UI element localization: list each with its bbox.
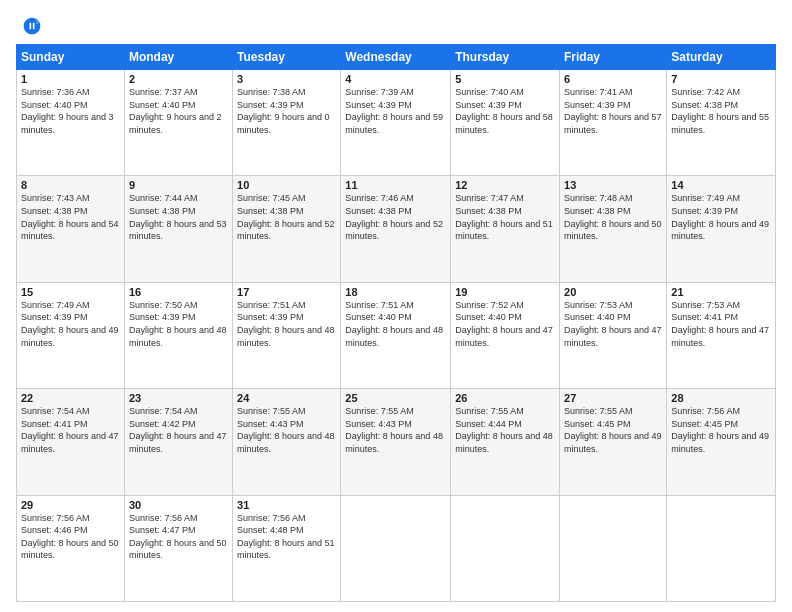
day-number: 31: [237, 499, 336, 511]
day-number: 11: [345, 179, 446, 191]
calendar-week-row: 1 Sunrise: 7:36 AMSunset: 4:40 PMDayligh…: [17, 70, 776, 176]
logo-icon: [22, 16, 42, 36]
day-number: 12: [455, 179, 555, 191]
day-number: 8: [21, 179, 120, 191]
day-info: Sunrise: 7:42 AMSunset: 4:38 PMDaylight:…: [671, 87, 769, 135]
calendar-day-cell: 13 Sunrise: 7:48 AMSunset: 4:38 PMDaylig…: [560, 176, 667, 282]
day-info: Sunrise: 7:55 AMSunset: 4:43 PMDaylight:…: [345, 406, 443, 454]
day-info: Sunrise: 7:52 AMSunset: 4:40 PMDaylight:…: [455, 300, 553, 348]
day-info: Sunrise: 7:55 AMSunset: 4:43 PMDaylight:…: [237, 406, 335, 454]
day-number: 17: [237, 286, 336, 298]
day-number: 22: [21, 392, 120, 404]
day-info: Sunrise: 7:38 AMSunset: 4:39 PMDaylight:…: [237, 87, 330, 135]
calendar-day-cell: 29 Sunrise: 7:56 AMSunset: 4:46 PMDaylig…: [17, 495, 125, 601]
day-info: Sunrise: 7:49 AMSunset: 4:39 PMDaylight:…: [21, 300, 119, 348]
day-number: 19: [455, 286, 555, 298]
day-number: 5: [455, 73, 555, 85]
day-number: 7: [671, 73, 771, 85]
calendar-day-cell: 22 Sunrise: 7:54 AMSunset: 4:41 PMDaylig…: [17, 389, 125, 495]
calendar-day-cell: [560, 495, 667, 601]
day-number: 4: [345, 73, 446, 85]
day-number: 15: [21, 286, 120, 298]
day-number: 6: [564, 73, 662, 85]
calendar-day-cell: [667, 495, 776, 601]
calendar-day-cell: 24 Sunrise: 7:55 AMSunset: 4:43 PMDaylig…: [233, 389, 341, 495]
calendar-day-cell: 4 Sunrise: 7:39 AMSunset: 4:39 PMDayligh…: [341, 70, 451, 176]
calendar-day-cell: 15 Sunrise: 7:49 AMSunset: 4:39 PMDaylig…: [17, 282, 125, 388]
day-number: 14: [671, 179, 771, 191]
calendar-week-row: 22 Sunrise: 7:54 AMSunset: 4:41 PMDaylig…: [17, 389, 776, 495]
day-number: 10: [237, 179, 336, 191]
day-info: Sunrise: 7:56 AMSunset: 4:47 PMDaylight:…: [129, 513, 227, 561]
day-number: 1: [21, 73, 120, 85]
calendar-day-cell: [341, 495, 451, 601]
calendar-day-cell: 23 Sunrise: 7:54 AMSunset: 4:42 PMDaylig…: [124, 389, 232, 495]
day-number: 23: [129, 392, 228, 404]
day-info: Sunrise: 7:54 AMSunset: 4:42 PMDaylight:…: [129, 406, 227, 454]
day-info: Sunrise: 7:56 AMSunset: 4:45 PMDaylight:…: [671, 406, 769, 454]
weekday-header: Tuesday: [233, 45, 341, 70]
calendar-day-cell: 8 Sunrise: 7:43 AMSunset: 4:38 PMDayligh…: [17, 176, 125, 282]
weekday-header: Wednesday: [341, 45, 451, 70]
day-number: 30: [129, 499, 228, 511]
calendar-day-cell: 10 Sunrise: 7:45 AMSunset: 4:38 PMDaylig…: [233, 176, 341, 282]
calendar-day-cell: 16 Sunrise: 7:50 AMSunset: 4:39 PMDaylig…: [124, 282, 232, 388]
calendar-day-cell: 14 Sunrise: 7:49 AMSunset: 4:39 PMDaylig…: [667, 176, 776, 282]
day-info: Sunrise: 7:44 AMSunset: 4:38 PMDaylight:…: [129, 193, 227, 241]
calendar-day-cell: 25 Sunrise: 7:55 AMSunset: 4:43 PMDaylig…: [341, 389, 451, 495]
day-info: Sunrise: 7:39 AMSunset: 4:39 PMDaylight:…: [345, 87, 443, 135]
day-info: Sunrise: 7:36 AMSunset: 4:40 PMDaylight:…: [21, 87, 114, 135]
day-info: Sunrise: 7:37 AMSunset: 4:40 PMDaylight:…: [129, 87, 222, 135]
day-number: 28: [671, 392, 771, 404]
calendar-table: SundayMondayTuesdayWednesdayThursdayFrid…: [16, 44, 776, 602]
day-number: 20: [564, 286, 662, 298]
page: SundayMondayTuesdayWednesdayThursdayFrid…: [0, 0, 792, 612]
calendar-day-cell: 18 Sunrise: 7:51 AMSunset: 4:40 PMDaylig…: [341, 282, 451, 388]
calendar-day-cell: 19 Sunrise: 7:52 AMSunset: 4:40 PMDaylig…: [451, 282, 560, 388]
day-number: 27: [564, 392, 662, 404]
day-number: 24: [237, 392, 336, 404]
calendar-day-cell: 9 Sunrise: 7:44 AMSunset: 4:38 PMDayligh…: [124, 176, 232, 282]
day-info: Sunrise: 7:45 AMSunset: 4:38 PMDaylight:…: [237, 193, 335, 241]
calendar-day-cell: 11 Sunrise: 7:46 AMSunset: 4:38 PMDaylig…: [341, 176, 451, 282]
header: [16, 16, 776, 36]
day-info: Sunrise: 7:41 AMSunset: 4:39 PMDaylight:…: [564, 87, 662, 135]
calendar-day-cell: 31 Sunrise: 7:56 AMSunset: 4:48 PMDaylig…: [233, 495, 341, 601]
weekday-header: Saturday: [667, 45, 776, 70]
day-info: Sunrise: 7:47 AMSunset: 4:38 PMDaylight:…: [455, 193, 553, 241]
day-info: Sunrise: 7:50 AMSunset: 4:39 PMDaylight:…: [129, 300, 227, 348]
day-number: 9: [129, 179, 228, 191]
calendar-day-cell: 1 Sunrise: 7:36 AMSunset: 4:40 PMDayligh…: [17, 70, 125, 176]
calendar-day-cell: 7 Sunrise: 7:42 AMSunset: 4:38 PMDayligh…: [667, 70, 776, 176]
day-info: Sunrise: 7:46 AMSunset: 4:38 PMDaylight:…: [345, 193, 443, 241]
day-info: Sunrise: 7:54 AMSunset: 4:41 PMDaylight:…: [21, 406, 119, 454]
calendar-day-cell: [451, 495, 560, 601]
day-info: Sunrise: 7:48 AMSunset: 4:38 PMDaylight:…: [564, 193, 662, 241]
day-number: 18: [345, 286, 446, 298]
weekday-header: Thursday: [451, 45, 560, 70]
calendar-day-cell: 2 Sunrise: 7:37 AMSunset: 4:40 PMDayligh…: [124, 70, 232, 176]
day-info: Sunrise: 7:56 AMSunset: 4:48 PMDaylight:…: [237, 513, 335, 561]
day-number: 25: [345, 392, 446, 404]
day-info: Sunrise: 7:53 AMSunset: 4:40 PMDaylight:…: [564, 300, 662, 348]
day-number: 29: [21, 499, 120, 511]
day-info: Sunrise: 7:49 AMSunset: 4:39 PMDaylight:…: [671, 193, 769, 241]
day-info: Sunrise: 7:51 AMSunset: 4:40 PMDaylight:…: [345, 300, 443, 348]
day-number: 26: [455, 392, 555, 404]
day-info: Sunrise: 7:53 AMSunset: 4:41 PMDaylight:…: [671, 300, 769, 348]
calendar-day-cell: 3 Sunrise: 7:38 AMSunset: 4:39 PMDayligh…: [233, 70, 341, 176]
calendar-day-cell: 27 Sunrise: 7:55 AMSunset: 4:45 PMDaylig…: [560, 389, 667, 495]
calendar-day-cell: 17 Sunrise: 7:51 AMSunset: 4:39 PMDaylig…: [233, 282, 341, 388]
calendar-day-cell: 12 Sunrise: 7:47 AMSunset: 4:38 PMDaylig…: [451, 176, 560, 282]
calendar-week-row: 15 Sunrise: 7:49 AMSunset: 4:39 PMDaylig…: [17, 282, 776, 388]
calendar-day-cell: 20 Sunrise: 7:53 AMSunset: 4:40 PMDaylig…: [560, 282, 667, 388]
day-info: Sunrise: 7:55 AMSunset: 4:45 PMDaylight:…: [564, 406, 662, 454]
calendar-week-row: 8 Sunrise: 7:43 AMSunset: 4:38 PMDayligh…: [17, 176, 776, 282]
calendar-week-row: 29 Sunrise: 7:56 AMSunset: 4:46 PMDaylig…: [17, 495, 776, 601]
day-info: Sunrise: 7:43 AMSunset: 4:38 PMDaylight:…: [21, 193, 119, 241]
day-number: 21: [671, 286, 771, 298]
logo: [16, 16, 42, 36]
calendar-header-row: SundayMondayTuesdayWednesdayThursdayFrid…: [17, 45, 776, 70]
day-number: 13: [564, 179, 662, 191]
calendar-day-cell: 28 Sunrise: 7:56 AMSunset: 4:45 PMDaylig…: [667, 389, 776, 495]
